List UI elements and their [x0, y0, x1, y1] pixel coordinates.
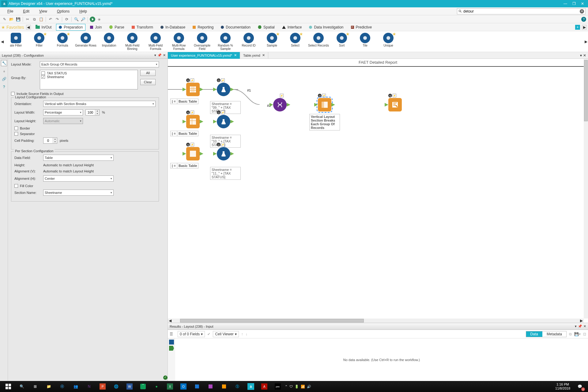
pin-icon[interactable]: 📌: [578, 324, 582, 328]
cat-spatial[interactable]: Spatial: [255, 24, 277, 31]
formula-node-3[interactable]: Q⚡: [217, 147, 230, 160]
canvas-vscrollbar[interactable]: [584, 59, 588, 318]
tool-multi-field-formula[interactable]: Multi-Field Formula: [144, 33, 167, 51]
config-tab-help[interactable]: ?: [1, 84, 7, 90]
new-icon[interactable]: ✎: [2, 17, 7, 22]
layout-mode-select[interactable]: Each Group Of Records▾: [40, 61, 159, 67]
app-icon-3[interactable]: 🟧: [217, 382, 230, 391]
search-clear-button[interactable]: ✕: [580, 9, 584, 13]
pwc-icon[interactable]: pwc: [271, 382, 284, 391]
section-name-select[interactable]: Sheetname▾: [43, 190, 114, 196]
task-view-icon[interactable]: ⊞: [29, 382, 42, 391]
close-button[interactable]: ✕: [578, 1, 587, 7]
restore-button[interactable]: ❐: [570, 1, 578, 7]
save-icon[interactable]: 💾: [15, 17, 21, 22]
cat-nav-right[interactable]: ▶: [582, 25, 587, 30]
orientation-select[interactable]: Vertical with Section Breaks▾: [43, 101, 156, 107]
hangouts-icon[interactable]: ": [137, 382, 149, 391]
spotify-icon[interactable]: ●: [150, 382, 163, 391]
search-box[interactable]: ✕: [457, 8, 586, 14]
volume-icon[interactable]: 🔊: [307, 385, 311, 389]
run-button[interactable]: [90, 17, 95, 22]
tool-imputation[interactable]: Imputation: [97, 33, 121, 51]
powerpoint-icon[interactable]: P: [96, 382, 109, 391]
group-field-tax-status[interactable]: TAX STATUS: [41, 71, 136, 75]
table-node-2[interactable]: Q⚡: [186, 115, 200, 128]
system-tray[interactable]: ⌃ 🛡 🔋 📶 🔊: [285, 385, 311, 389]
formula-node-1[interactable]: Q⚡: [217, 83, 230, 96]
data-field-select[interactable]: Table▾: [43, 155, 114, 161]
undo-icon[interactable]: ↶: [48, 17, 53, 22]
open-icon[interactable]: 📂: [9, 17, 14, 22]
doc-tab-2[interactable]: Table.yxmd✕: [240, 52, 268, 59]
results-close-icon[interactable]: ✕: [583, 324, 586, 328]
canvas-hscrollbar[interactable]: ◀▶: [168, 318, 584, 323]
wand-icon[interactable]: ⚹: [96, 17, 102, 22]
separator-checkbox[interactable]: Separator: [14, 132, 156, 136]
cat-add-button[interactable]: +: [575, 25, 580, 30]
wifi-icon[interactable]: 📶: [301, 385, 305, 389]
search-taskbar-icon[interactable]: 🔍: [15, 382, 28, 391]
cat-nav-left[interactable]: ◀: [26, 25, 31, 30]
help-icon[interactable]: ?: [581, 17, 586, 22]
menu-options[interactable]: Options: [52, 9, 74, 13]
cell-viewer-dropdown[interactable]: Cell Viewer ▾: [213, 331, 239, 337]
favorites-tab[interactable]: ★ Favorites: [1, 25, 24, 30]
table-node-1[interactable]: Q⚡: [186, 83, 200, 96]
tool-ate-filter[interactable]: ate Filter: [4, 33, 28, 51]
menu-help[interactable]: Help: [74, 9, 92, 13]
skype-icon[interactable]: Ⓢ: [231, 382, 244, 391]
close-tab-icon[interactable]: ✕: [262, 53, 265, 57]
menu-view[interactable]: View: [34, 9, 52, 13]
panel-close-icon[interactable]: ✕: [163, 53, 166, 57]
group-by-listbox[interactable]: TAX STATUS ✓Sheetname: [40, 70, 138, 89]
cat-reporting[interactable]: Reporting: [190, 24, 216, 31]
tools-scroll-right[interactable]: ▶: [584, 32, 588, 51]
menu-file[interactable]: File: [2, 9, 18, 13]
zoom-out-icon[interactable]: 🔎: [80, 17, 86, 22]
cat-indb[interactable]: In-Database: [158, 24, 188, 31]
menu-edit[interactable]: Edit: [18, 9, 34, 13]
redo-icon[interactable]: ↷: [55, 17, 60, 22]
tool-multi-row-formula[interactable]: Multi-Row Formula: [167, 33, 190, 51]
config-tab-xml[interactable]: ⬨: [1, 68, 7, 74]
group-field-sheetname[interactable]: ✓Sheetname: [41, 75, 136, 79]
notifications-icon[interactable]: 💬2: [573, 382, 586, 391]
border-checkbox[interactable]: Border: [14, 126, 156, 130]
tabs-close-icon[interactable]: ✕: [583, 53, 586, 58]
results-fields-dropdown[interactable]: 0 of 0 Fields ▾: [178, 331, 205, 337]
sort-desc-icon[interactable]: ↓: [246, 332, 247, 336]
config-apply-icon[interactable]: ✓: [163, 375, 168, 380]
file-explorer-icon[interactable]: 📁: [42, 382, 55, 391]
word-icon[interactable]: W: [123, 382, 136, 391]
popout-icon[interactable]: ⊡: [583, 332, 586, 336]
cat-join[interactable]: Join: [87, 24, 104, 31]
res-tab-all[interactable]: [169, 340, 174, 345]
config-tab-main[interactable]: 🔧: [1, 60, 7, 66]
canvas[interactable]: FAET Detailed Report: [168, 59, 588, 323]
all-button[interactable]: All: [140, 70, 156, 76]
acrobat-icon[interactable]: A: [258, 382, 271, 391]
cat-transform[interactable]: Transform: [129, 24, 156, 31]
outlook-icon[interactable]: O: [177, 382, 190, 391]
tool-sort[interactable]: ★Sort: [330, 33, 353, 51]
tool-sample[interactable]: ★Sample: [260, 33, 284, 51]
search-input[interactable]: [463, 9, 580, 13]
shield-icon[interactable]: 🛡: [289, 385, 293, 389]
cat-datainv[interactable]: Data Investigation: [306, 24, 346, 31]
tray-up-icon[interactable]: ⌃: [285, 385, 288, 389]
union-node[interactable]: ⚡: [273, 98, 287, 111]
start-button[interactable]: [2, 382, 15, 391]
ie-icon[interactable]: ⓔ: [56, 382, 69, 391]
clear-button[interactable]: Clear: [140, 79, 156, 85]
cat-parse[interactable]: Parse: [106, 24, 127, 31]
excel-icon[interactable]: X: [164, 382, 176, 391]
battery-icon[interactable]: 🔋: [295, 385, 299, 389]
teams-icon[interactable]: 👥: [69, 382, 82, 391]
app-icon-2[interactable]: 🟪: [204, 382, 217, 391]
render-node[interactable]: Q⚡: [388, 98, 402, 111]
copy-icon[interactable]: ⧉: [32, 17, 37, 22]
metadata-tab[interactable]: Metadata: [542, 331, 566, 337]
tool-unique[interactable]: ★Unique: [377, 33, 400, 51]
results-menu-icon[interactable]: ▾: [575, 324, 577, 328]
